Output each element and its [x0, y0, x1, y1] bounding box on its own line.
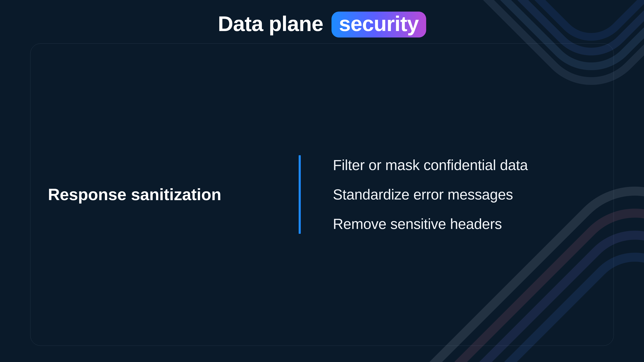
bullet-list: Filter or mask confidential data Standar…: [301, 157, 614, 232]
content-panel: Response sanitization Filter or mask con…: [30, 43, 614, 346]
bullet-item: Remove sensitive headers: [333, 216, 614, 232]
bullet-item: Filter or mask confidential data: [333, 157, 614, 173]
slide-title: Data plane security: [0, 11, 644, 37]
slide: Data plane security Response sanitizatio…: [0, 0, 644, 362]
section-heading-container: Response sanitization: [30, 185, 287, 204]
vertical-divider: [299, 155, 301, 234]
title-prefix: Data plane: [218, 12, 323, 35]
content-row: Response sanitization Filter or mask con…: [30, 44, 614, 346]
title-highlight: security: [332, 11, 426, 37]
bullet-item: Standardize error messages: [333, 186, 614, 203]
section-heading: Response sanitization: [48, 185, 222, 204]
